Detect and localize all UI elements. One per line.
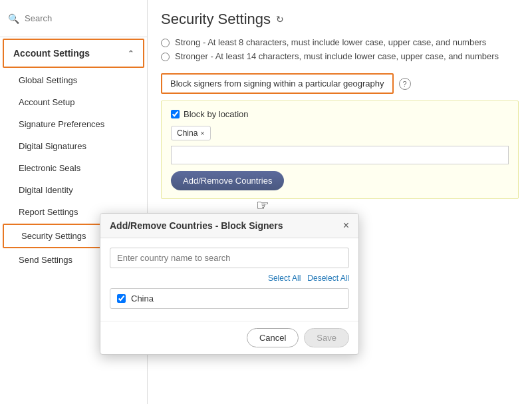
account-settings-header[interactable]: Account Settings ⌃ <box>3 39 144 68</box>
country-input-box <box>171 146 509 164</box>
modal-body: Select All Deselect All China <box>100 238 358 321</box>
sidebar-item-digital-identity[interactable]: Digital Identity <box>0 179 147 201</box>
search-icon: 🔍 <box>8 13 19 24</box>
modal-title: Add/Remove Countries - Block Signers <box>110 220 283 231</box>
select-all-link[interactable]: Select All <box>268 274 301 283</box>
modal-country-item-china: China <box>110 288 349 309</box>
page-title: Security Settings ↻ <box>161 11 519 28</box>
search-input[interactable] <box>25 13 139 23</box>
modal-header: Add/Remove Countries - Block Signers × <box>100 214 358 238</box>
block-signers-title: Block signers from signing within a part… <box>161 73 394 94</box>
block-signers-section: Block signers from signing within a part… <box>161 73 519 199</box>
add-remove-countries-button[interactable]: Add/Remove Countries <box>171 171 284 190</box>
modal-footer: Cancel Save <box>100 321 358 354</box>
chevron-up-icon: ⌃ <box>128 49 134 58</box>
sidebar-item-global-settings[interactable]: Global Settings <box>0 69 147 91</box>
save-button[interactable]: Save <box>304 328 349 347</box>
sidebar-item-signature-preferences[interactable]: Signature Preferences <box>0 113 147 135</box>
modal-search-input[interactable] <box>110 248 349 268</box>
account-settings-label: Account Settings <box>13 48 90 59</box>
sidebar-item-account-setup[interactable]: Account Setup <box>0 91 147 113</box>
block-by-location-checkbox[interactable] <box>171 110 180 118</box>
radio-stronger: Stronger - At least 14 characters, must … <box>161 51 519 61</box>
modal-dialog: Add/Remove Countries - Block Signers × S… <box>100 213 359 355</box>
modal-links-row: Select All Deselect All <box>110 274 349 283</box>
sidebar-item-electronic-seals[interactable]: Electronic Seals <box>0 157 147 179</box>
remove-china-button[interactable]: × <box>200 129 204 137</box>
search-box: 🔍 <box>0 0 147 37</box>
radio-strong: Strong - At least 8 characters, must inc… <box>161 37 519 47</box>
refresh-icon[interactable]: ↻ <box>276 14 284 25</box>
deselect-all-link[interactable]: Deselect All <box>307 274 349 283</box>
sidebar-item-digital-signatures[interactable]: Digital Signatures <box>0 135 147 157</box>
help-icon[interactable]: ? <box>399 78 411 90</box>
block-location-section: Block by location China × Add/Remove Cou… <box>161 101 519 199</box>
modal-close-button[interactable]: × <box>343 220 349 231</box>
modal-china-checkbox[interactable] <box>117 294 126 303</box>
china-tag: China × <box>171 126 211 140</box>
block-by-location-row: Block by location <box>171 109 509 119</box>
radio-stronger-input[interactable] <box>161 53 170 61</box>
block-header: Block signers from signing within a part… <box>161 73 519 94</box>
radio-strong-input[interactable] <box>161 39 170 47</box>
cancel-button[interactable]: Cancel <box>247 328 299 347</box>
